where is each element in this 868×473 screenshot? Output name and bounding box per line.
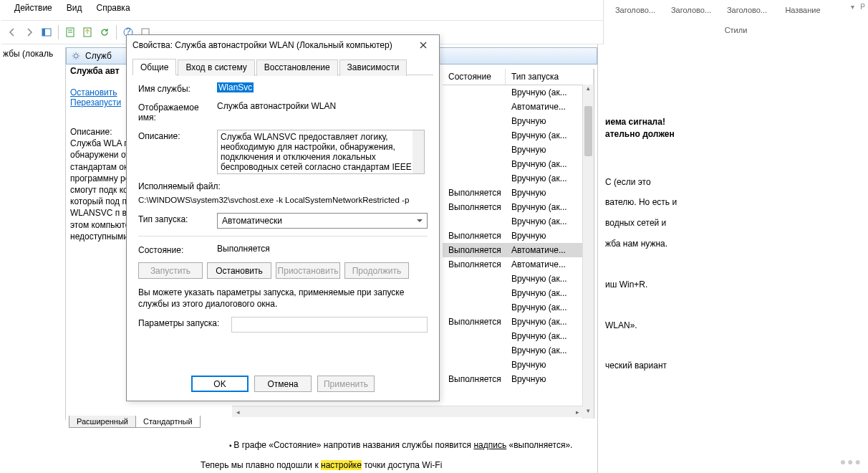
tree-item-services[interactable]: жбы (локаль bbox=[3, 49, 62, 59]
dialog-title: Свойства: Служба автонастройки WLAN (Лок… bbox=[132, 40, 392, 50]
cell-startup: Вручную (ак... bbox=[506, 173, 594, 183]
cell-startup: Вручную (ак... bbox=[506, 302, 594, 312]
service-row[interactable]: Вручную (ак... bbox=[443, 300, 594, 315]
tab-recovery[interactable]: Восстановление bbox=[256, 59, 338, 76]
doc-line: жба нам нужна. bbox=[605, 239, 667, 249]
style-heading1[interactable]: Заголово... bbox=[609, 3, 661, 14]
service-row[interactable]: ВыполняетсяВручную (ак... bbox=[443, 200, 594, 214]
style-name[interactable]: Название bbox=[777, 3, 829, 14]
cell-status: Выполняется bbox=[443, 188, 506, 198]
forward-icon[interactable] bbox=[21, 24, 37, 40]
menu-view[interactable]: Вид bbox=[59, 1, 90, 15]
gear-icon bbox=[71, 51, 81, 61]
properties-icon[interactable] bbox=[62, 24, 78, 40]
service-name-value[interactable]: WlanSvc bbox=[217, 82, 254, 92]
show-hide-icon[interactable] bbox=[39, 24, 54, 40]
cell-startup: Вручную (ак... bbox=[506, 345, 594, 355]
state-label: Состояние: bbox=[138, 244, 217, 255]
description-label: Описание: bbox=[138, 130, 217, 141]
doc-line: ческий вариант bbox=[605, 360, 667, 371]
service-row[interactable]: Вручную bbox=[443, 143, 594, 157]
scroll-down-icon[interactable]: ▾ bbox=[583, 407, 594, 419]
service-row[interactable]: Вручную bbox=[443, 358, 594, 372]
service-row[interactable]: Вручную (ак... bbox=[443, 85, 594, 100]
doc-bullet: В графе «Состояние» напротив названия сл… bbox=[229, 439, 572, 450]
cell-startup: Вручную (ак... bbox=[506, 216, 594, 226]
cell-startup: Вручную bbox=[506, 360, 594, 370]
service-row[interactable]: Вручную (ак... bbox=[443, 286, 594, 300]
state-value: Выполняется bbox=[217, 244, 428, 254]
styles-pane: Заголово... Заголово... Заголово... Назв… bbox=[603, 0, 868, 44]
description-textbox[interactable]: Служба WLANSVC предоставляет логику, нео… bbox=[217, 130, 425, 174]
menu-help[interactable]: Справка bbox=[89, 1, 137, 15]
close-button[interactable] bbox=[413, 38, 433, 52]
service-row[interactable]: Вручную (ак... bbox=[443, 272, 594, 286]
service-row[interactable]: Вручную (ак... bbox=[443, 128, 594, 143]
service-row[interactable]: Вручную (ак... bbox=[443, 214, 594, 229]
col-header-startup[interactable]: Тип запуска bbox=[506, 69, 594, 85]
pause-button: Приостановить bbox=[276, 262, 340, 279]
service-row[interactable]: ВыполняетсяВручную bbox=[443, 229, 594, 243]
back-icon[interactable] bbox=[4, 24, 20, 40]
service-row[interactable]: ВыполняетсяАвтоматиче... bbox=[443, 243, 594, 257]
tab-standard[interactable]: Стандартный bbox=[135, 416, 201, 428]
svg-point-9 bbox=[74, 54, 77, 57]
tab-logon[interactable]: Вход в систему bbox=[178, 59, 254, 76]
view-tabs: Расширенный Стандартный bbox=[69, 416, 200, 428]
vertical-scrollbar[interactable]: ▴ ▾ bbox=[582, 85, 594, 419]
tab-dependencies[interactable]: Зависимости bbox=[339, 59, 408, 76]
cell-startup: Вручную bbox=[506, 374, 594, 384]
cell-startup: Вручную (ак... bbox=[506, 331, 594, 341]
cell-startup: Вручную bbox=[506, 231, 594, 241]
col-header-status[interactable]: Состояние bbox=[443, 69, 506, 85]
service-row[interactable]: Вручную (ак... bbox=[443, 343, 594, 358]
refresh-icon[interactable] bbox=[97, 24, 112, 40]
start-button: Запустить bbox=[138, 262, 203, 279]
export-icon[interactable] bbox=[79, 24, 95, 40]
service-row[interactable]: Вручную (ак... bbox=[443, 171, 594, 186]
service-row[interactable]: Автоматиче... bbox=[443, 100, 594, 114]
ok-button[interactable]: OK bbox=[191, 376, 249, 392]
doc-line: вателю. Но есть и bbox=[605, 197, 677, 207]
cancel-button[interactable]: Отмена bbox=[254, 376, 312, 392]
scroll-left-icon[interactable]: ◂ bbox=[232, 406, 243, 418]
startup-type-select[interactable]: Автоматически bbox=[217, 213, 428, 229]
service-row[interactable]: Вручную (ак... bbox=[443, 329, 594, 343]
scroll-up-icon[interactable]: ▴ bbox=[583, 85, 594, 96]
scroll-thumb[interactable] bbox=[584, 106, 592, 156]
cell-startup: Вручную (ак... bbox=[506, 274, 594, 284]
menu-action[interactable]: Действие bbox=[7, 1, 59, 15]
svg-rect-1 bbox=[42, 29, 45, 36]
styles-dropdown-icon[interactable]: ▾ Р bbox=[851, 3, 865, 11]
cell-startup: Вручную bbox=[506, 116, 594, 126]
service-name-label: Имя службы: bbox=[138, 82, 217, 94]
services-header-label: Служб bbox=[85, 51, 112, 61]
tab-general[interactable]: Общие bbox=[132, 59, 176, 75]
doc-line: иема сигнала! bbox=[605, 117, 665, 127]
params-input[interactable] bbox=[231, 317, 428, 333]
service-row[interactable]: ВыполняетсяАвтоматиче... bbox=[443, 257, 594, 272]
service-row[interactable]: Вручную (ак... bbox=[443, 157, 594, 171]
cell-startup: Вручную (ак... bbox=[506, 317, 594, 327]
cell-startup: Автоматиче... bbox=[506, 245, 594, 255]
params-label: Параметры запуска: bbox=[138, 317, 231, 328]
tab-extended[interactable]: Расширенный bbox=[69, 416, 136, 428]
horizontal-scrollbar[interactable]: ◂ ▸ bbox=[232, 406, 583, 417]
close-icon bbox=[420, 42, 427, 49]
service-row[interactable]: ВыполняетсяВручную bbox=[443, 186, 594, 200]
doc-line: ательно должен bbox=[605, 129, 675, 139]
cell-status: Выполняется bbox=[443, 202, 506, 212]
cell-startup: Вручную bbox=[506, 145, 594, 155]
display-name-label: Отображаемое имя: bbox=[138, 101, 217, 123]
style-heading2[interactable]: Заголово... bbox=[665, 3, 717, 14]
stop-button[interactable]: Остановить bbox=[207, 262, 271, 279]
cell-status: Выполняется bbox=[443, 259, 506, 269]
service-row[interactable]: Вручную bbox=[443, 114, 594, 128]
doc-line: водных сетей и bbox=[605, 218, 666, 228]
scroll-right-icon[interactable]: ▸ bbox=[572, 406, 583, 418]
desc-scrollbar[interactable] bbox=[413, 130, 424, 173]
service-row[interactable]: ВыполняетсяВручную (ак... bbox=[443, 315, 594, 329]
apply-button: Применить bbox=[317, 376, 375, 392]
service-row[interactable]: ВыполняетсяВручную bbox=[443, 372, 594, 386]
style-heading3[interactable]: Заголово... bbox=[721, 3, 773, 14]
